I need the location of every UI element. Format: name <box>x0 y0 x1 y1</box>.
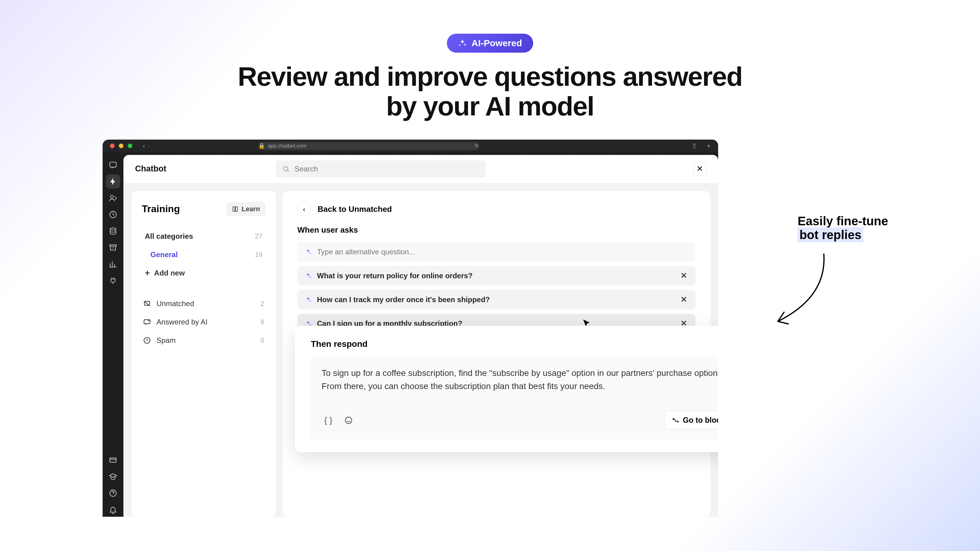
goto-block-label: Go to block <box>683 416 719 425</box>
smile-icon <box>344 416 353 425</box>
share-icon[interactable]: ⇧ <box>691 142 697 150</box>
back-label: Back to Unmatched <box>318 205 392 214</box>
address-bar[interactable]: 🔒 app.chatbot.com ↻ <box>258 142 479 150</box>
search-box[interactable] <box>275 160 486 178</box>
flow-icon <box>672 417 679 424</box>
svg-point-2 <box>110 228 116 230</box>
spam-icon <box>143 337 151 345</box>
insert-variable-button[interactable]: { } <box>321 414 335 427</box>
when-user-asks-label: When user asks <box>298 225 695 235</box>
svg-point-10 <box>345 417 352 423</box>
remove-question-button[interactable]: ✕ <box>679 272 688 280</box>
category-general[interactable]: General 19 <box>142 246 266 264</box>
back-button[interactable]: ‹ <box>298 203 311 216</box>
sparkle-icon <box>305 249 312 255</box>
sparkle-icon <box>305 272 312 279</box>
main-panel: Chatbot ✕ Training Learn <box>123 155 718 517</box>
ai-badge-text: AI-Powered <box>471 38 522 48</box>
add-new-label: Add new <box>154 269 185 277</box>
rail-chat-icon[interactable] <box>106 158 120 172</box>
respond-text[interactable]: To sign up for a coffee subscription, fi… <box>321 367 718 393</box>
svg-rect-3 <box>110 245 116 246</box>
search-input[interactable] <box>294 165 479 173</box>
rail-database-icon[interactable] <box>106 224 120 238</box>
close-panel-button[interactable]: ✕ <box>693 162 706 176</box>
question-text: How can I track my order once it's been … <box>317 295 674 304</box>
svg-point-6 <box>283 167 288 171</box>
question-text: What is your return policy for online or… <box>317 272 674 280</box>
category-all[interactable]: All categories 27 <box>142 227 266 246</box>
emoji-button[interactable] <box>342 414 355 427</box>
question-row[interactable]: How can I track my order once it's been … <box>298 290 695 310</box>
add-category-button[interactable]: + Add new <box>142 264 266 282</box>
sparkle-icon <box>458 38 467 48</box>
callout-arrow-icon <box>772 251 833 330</box>
respond-card: Then respond To sign up for a coffee sub… <box>295 326 718 453</box>
rail-analytics-icon[interactable] <box>106 257 120 271</box>
plus-icon: + <box>145 268 150 278</box>
rail-help-icon[interactable] <box>106 486 120 500</box>
close-window-icon[interactable] <box>110 144 115 148</box>
sparkle-icon <box>305 296 312 303</box>
question-row[interactable]: What is your return policy for online or… <box>298 266 695 286</box>
training-sidebar: Training Learn All categories 27 General <box>131 191 276 517</box>
unmatched-icon <box>143 300 151 308</box>
svg-rect-4 <box>110 458 116 462</box>
learn-button[interactable]: Learn <box>226 202 266 216</box>
refresh-icon[interactable]: ↻ <box>475 143 479 149</box>
forward-icon[interactable]: › <box>148 142 150 150</box>
callout-line1: Easily fine-tune <box>797 214 888 228</box>
rail-plug-icon[interactable] <box>106 274 120 288</box>
rail-archive-icon[interactable] <box>106 241 120 255</box>
app-title: Chatbot <box>135 164 166 173</box>
goto-block-button[interactable]: Go to block <box>664 411 719 429</box>
rail-graduation-icon[interactable] <box>106 470 120 484</box>
new-tab-icon[interactable]: + <box>706 142 711 150</box>
maximize-window-icon[interactable] <box>128 144 132 148</box>
callout-annotation: Easily fine-tune bot replies <box>797 214 888 242</box>
respond-body[interactable]: To sign up for a coffee subscription, fi… <box>311 357 718 439</box>
rail-card-icon[interactable] <box>106 453 120 467</box>
icon-rail <box>103 152 123 517</box>
url-text: app.chatbot.com <box>268 143 307 149</box>
status-unmatched[interactable]: Unmatched 2 <box>142 294 266 313</box>
back-icon[interactable]: ‹ <box>143 142 145 150</box>
top-bar: Chatbot ✕ <box>123 155 718 183</box>
svg-rect-0 <box>110 162 116 167</box>
sidebar-title: Training <box>142 203 180 214</box>
svg-point-1 <box>111 195 113 198</box>
learn-label: Learn <box>242 205 260 213</box>
browser-nav[interactable]: ‹ › <box>143 142 150 150</box>
lock-icon: 🔒 <box>258 143 265 149</box>
search-icon <box>282 165 290 173</box>
main-content: ‹ Back to Unmatched When user asks What … <box>283 191 710 517</box>
hero-title: Review and improve questions answered by… <box>0 62 980 121</box>
hero-section: AI-Powered Review and improve questions … <box>0 0 980 121</box>
minimize-window-icon[interactable] <box>119 144 123 148</box>
rail-bell-icon[interactable] <box>106 503 120 517</box>
then-respond-label: Then respond <box>311 339 718 349</box>
rail-users-icon[interactable] <box>106 191 120 205</box>
status-spam[interactable]: Spam 0 <box>142 331 266 349</box>
ai-reply-icon <box>143 318 151 326</box>
rail-bolt-icon[interactable] <box>106 175 120 189</box>
alt-question-input-row[interactable] <box>298 242 695 262</box>
browser-toolbar: ‹ › 🔒 app.chatbot.com ↻ ⇧ + <box>103 140 718 152</box>
browser-window: ‹ › 🔒 app.chatbot.com ↻ ⇧ + <box>103 140 718 517</box>
alt-question-input[interactable] <box>317 248 688 256</box>
status-answered-ai[interactable]: Answered by AI 6 <box>142 313 266 331</box>
remove-question-button[interactable]: ✕ <box>679 295 688 304</box>
callout-line2: bot replies <box>797 227 863 242</box>
window-controls[interactable] <box>110 144 132 148</box>
rail-history-icon[interactable] <box>106 208 120 222</box>
book-icon <box>232 206 239 213</box>
ai-powered-badge: AI-Powered <box>447 34 533 52</box>
